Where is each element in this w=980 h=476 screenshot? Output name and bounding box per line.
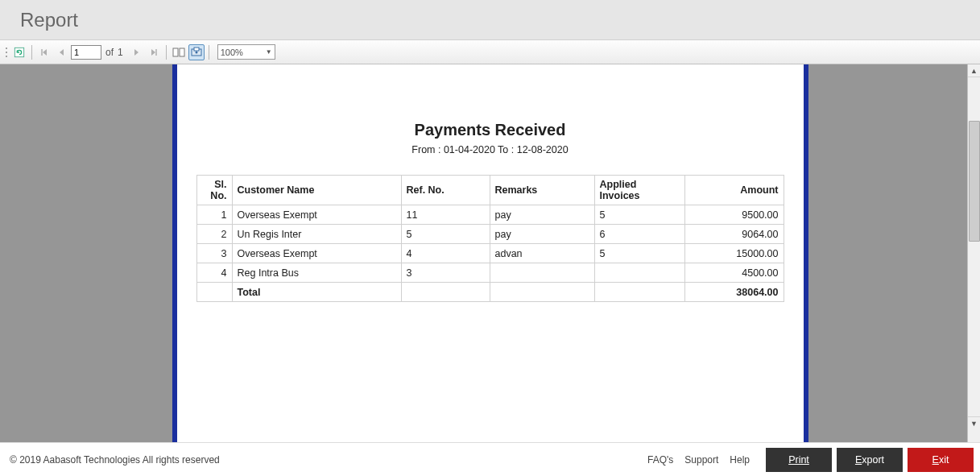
report-page: Payments Received From : 01-04-2020 To :… bbox=[172, 64, 808, 442]
payments-table: Sl. No. Customer Name Ref. No. Remarks A… bbox=[196, 175, 784, 302]
app-footer: © 2019 Aabasoft Technologies All rights … bbox=[0, 442, 980, 476]
support-link[interactable]: Support bbox=[684, 454, 718, 466]
col-applied: Applied Invoices bbox=[594, 176, 684, 205]
table-row: 1 Overseas Exempt 11 pay 5 9500.00 bbox=[196, 205, 784, 225]
refresh-icon[interactable] bbox=[11, 44, 27, 60]
page-layout-icon[interactable] bbox=[171, 44, 187, 60]
total-pages: 1 bbox=[118, 47, 123, 58]
svg-point-5 bbox=[195, 51, 197, 53]
footer-links: FAQ's Support Help bbox=[647, 454, 750, 466]
table-total-row: Total 38064.00 bbox=[196, 283, 784, 302]
export-button[interactable]: Export bbox=[837, 448, 903, 472]
chevron-down-icon: ▼ bbox=[266, 48, 272, 56]
toolbar-grip bbox=[4, 45, 9, 60]
scroll-down-icon[interactable]: ▼ bbox=[968, 416, 980, 429]
of-label: of bbox=[105, 47, 114, 58]
table-row: 2 Un Regis Inter 5 pay 6 9064.00 bbox=[196, 225, 784, 244]
print-layout-icon[interactable] bbox=[188, 44, 205, 60]
exit-button[interactable]: Exit bbox=[908, 448, 974, 472]
last-page-icon[interactable] bbox=[146, 44, 162, 60]
vertical-scrollbar[interactable]: ▲ ▼ bbox=[967, 64, 980, 442]
col-slno: Sl. No. bbox=[196, 176, 232, 205]
table-row: 3 Overseas Exempt 4 advan 5 15000.00 bbox=[196, 244, 784, 263]
col-refno: Ref. No. bbox=[401, 176, 490, 205]
print-button[interactable]: Print bbox=[766, 448, 832, 472]
total-label: Total bbox=[232, 283, 401, 302]
report-toolbar: of 1 100% ▼ bbox=[0, 40, 980, 64]
svg-rect-1 bbox=[173, 48, 178, 56]
col-amount: Amount bbox=[684, 176, 784, 205]
app-header: Report bbox=[0, 0, 980, 40]
scrollbar-thumb[interactable] bbox=[969, 121, 980, 242]
zoom-value: 100% bbox=[221, 48, 243, 57]
report-subtitle: From : 01-04-2020 To : 12-08-2020 bbox=[177, 144, 804, 155]
svg-rect-4 bbox=[194, 48, 199, 51]
faqs-link[interactable]: FAQ's bbox=[647, 454, 673, 466]
help-link[interactable]: Help bbox=[730, 454, 750, 466]
total-amount: 38064.00 bbox=[684, 283, 784, 302]
table-header-row: Sl. No. Customer Name Ref. No. Remarks A… bbox=[196, 176, 784, 205]
page-title: Report bbox=[20, 9, 78, 31]
zoom-select[interactable]: 100% ▼ bbox=[217, 44, 275, 60]
first-page-icon[interactable] bbox=[36, 44, 52, 60]
svg-rect-2 bbox=[180, 48, 184, 56]
copyright-text: © 2019 Aabasoft Technologies All rights … bbox=[10, 454, 220, 466]
table-row: 4 Reg Intra Bus 3 4500.00 bbox=[196, 263, 784, 283]
prev-page-icon[interactable] bbox=[54, 44, 70, 60]
scroll-up-icon[interactable]: ▲ bbox=[968, 64, 980, 77]
col-remarks: Remarks bbox=[490, 176, 594, 205]
page-number-input[interactable] bbox=[71, 45, 101, 60]
report-title: Payments Received bbox=[177, 121, 804, 139]
report-viewer: Payments Received From : 01-04-2020 To :… bbox=[0, 64, 980, 442]
col-customer: Customer Name bbox=[232, 176, 401, 205]
next-page-icon[interactable] bbox=[128, 44, 144, 60]
